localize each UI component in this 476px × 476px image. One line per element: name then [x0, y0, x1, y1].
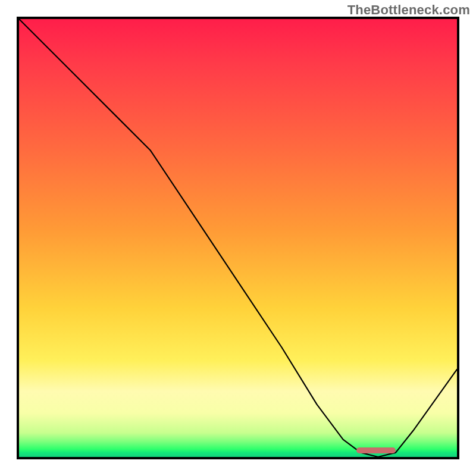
optimal-range-marker: [356, 447, 396, 453]
chart-container: TheBottleneck.com: [0, 0, 476, 476]
curve-svg: [19, 19, 457, 457]
watermark-text: TheBottleneck.com: [347, 2, 470, 18]
bottleneck-curve: [19, 19, 457, 457]
plot-area: [17, 17, 459, 459]
